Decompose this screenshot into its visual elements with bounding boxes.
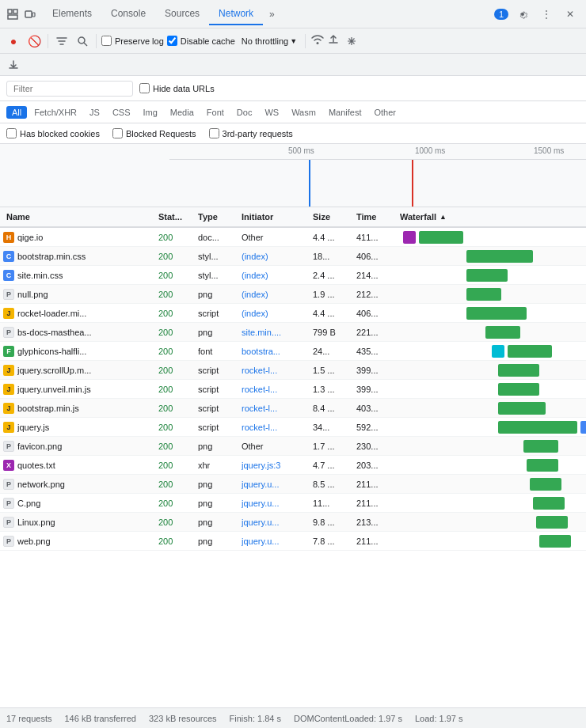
import-har-icon[interactable] [5, 56, 22, 74]
col-header-initiator[interactable]: Initiator [242, 212, 313, 222]
type-filter-media[interactable]: Media [165, 106, 200, 119]
tab-more[interactable]: » [263, 4, 281, 25]
file-name: bootstrap.min.js [17, 404, 79, 413]
table-row[interactable]: P web.png 200 png jquery.u... 7.8 ... 21… [0, 532, 586, 551]
cell-size: 799 B [313, 328, 356, 337]
throttle-selector[interactable]: No throttling ▼ [238, 35, 300, 47]
table-row[interactable]: H qige.io 200 doc... Other 4.4 ... 411..… [0, 228, 586, 247]
cell-initiator[interactable]: rocket-l... [242, 423, 313, 432]
cell-name: P C.png [0, 498, 158, 509]
inspect-icon[interactable] [6, 8, 19, 21]
type-filter-js[interactable]: JS [84, 106, 105, 119]
cell-waterfall [400, 342, 586, 360]
more-options-icon[interactable]: ⋮ [537, 5, 556, 24]
table-row[interactable]: P null.png 200 png (index) 1.9 ... 212..… [0, 285, 586, 304]
col-header-status[interactable]: Stat... [158, 212, 198, 222]
preserve-log-checkbox[interactable]: Preserve log [101, 36, 164, 46]
tab-sources[interactable]: Sources [155, 3, 209, 25]
cell-initiator[interactable]: rocket-l... [242, 366, 313, 375]
cell-size: 1.9 ... [313, 290, 356, 299]
table-row[interactable]: C site.min.css 200 styl... (index) 2.4 .… [0, 266, 586, 285]
dom-content-loaded-line [309, 160, 310, 207]
type-filter-all[interactable]: All [6, 106, 27, 119]
cell-time: 213... [356, 518, 400, 527]
cell-status: 200 [158, 252, 198, 261]
table-row[interactable]: P Linux.png 200 png jquery.u... 9.8 ... … [0, 513, 586, 532]
type-filter-doc[interactable]: Doc [231, 106, 258, 119]
cell-initiator[interactable]: site.min.... [242, 328, 313, 337]
timeline-ruler: 500 ms 1000 ms 1500 ms 2000 m [169, 144, 586, 160]
col-header-name[interactable]: Name [0, 212, 158, 222]
table-row[interactable]: P favicon.png 200 png Other 1.7 ... 230.… [0, 437, 586, 456]
table-scroll-area[interactable]: H qige.io 200 doc... Other 4.4 ... 411..… [0, 228, 586, 728]
network-settings-icon[interactable] [342, 32, 361, 51]
type-filter-fetch[interactable]: Fetch/XHR [29, 106, 82, 119]
cell-initiator[interactable]: (index) [242, 309, 313, 318]
table-row[interactable]: X quotes.txt 200 xhr jquery.js:3 4.7 ...… [0, 456, 586, 475]
col-header-type[interactable]: Type [198, 212, 242, 222]
checkbox-filter-row: Has blocked cookies Blocked Requests 3rd… [0, 123, 586, 144]
table-row[interactable]: J bootstrap.min.js 200 script rocket-l..… [0, 399, 586, 418]
table-row[interactable]: P network.png 200 png jquery.u... 8.5 ..… [0, 475, 586, 494]
cell-initiator[interactable]: rocket-l... [242, 385, 313, 394]
clear-button[interactable]: 🚫 [25, 32, 43, 50]
cell-initiator[interactable]: jquery.u... [242, 537, 313, 546]
tab-console[interactable]: Console [101, 3, 155, 25]
third-party-check[interactable]: 3rd-party requests [209, 128, 293, 138]
cell-initiator[interactable]: jquery.u... [242, 518, 313, 527]
filter-bar: Hide data URLs [0, 76, 586, 101]
wifi-icon[interactable] [310, 34, 325, 47]
type-filter-ws[interactable]: WS [259, 106, 284, 119]
blocked-requests-check[interactable]: Blocked Requests [112, 128, 196, 138]
cell-waterfall [400, 418, 586, 436]
cell-name: J rocket-loader.mi... [0, 308, 158, 319]
type-filter-manifest[interactable]: Manifest [323, 106, 367, 119]
search-button[interactable] [74, 32, 91, 50]
table-row[interactable]: C bootstrap.min.css 200 styl... (index) … [0, 247, 586, 266]
settings-icon[interactable] [513, 5, 532, 24]
col-header-waterfall[interactable]: Waterfall ▲ [400, 212, 586, 222]
col-header-time[interactable]: Time [356, 212, 400, 222]
tab-network[interactable]: Network [209, 3, 263, 25]
tab-elements[interactable]: Elements [43, 3, 101, 25]
cell-initiator[interactable]: jquery.u... [242, 480, 313, 489]
cell-initiator[interactable]: jquery.js:3 [242, 461, 313, 470]
file-type-icon: P [3, 441, 14, 452]
tick-500: 500 ms [288, 146, 314, 155]
cell-initiator[interactable]: (index) [242, 271, 313, 280]
table-row[interactable]: P C.png 200 png jquery.u... 11... 211... [0, 494, 586, 513]
blocked-cookies-check[interactable]: Has blocked cookies [6, 128, 100, 138]
device-icon[interactable] [24, 8, 36, 21]
cell-time: 406... [356, 309, 400, 318]
type-filter-other[interactable]: Other [368, 106, 401, 119]
type-filter-font[interactable]: Font [201, 106, 230, 119]
table-row[interactable]: J rocket-loader.mi... 200 script (index)… [0, 304, 586, 323]
cell-initiator[interactable]: rocket-l... [242, 404, 313, 413]
table-row[interactable]: P bs-docs-masthea... 200 png site.min...… [0, 323, 586, 342]
type-filter-img[interactable]: Img [138, 106, 163, 119]
svg-rect-1 [8, 15, 17, 19]
disable-cache-checkbox[interactable]: Disable cache [167, 36, 235, 46]
cell-initiator[interactable]: bootstra... [242, 347, 313, 356]
filter-button[interactable] [53, 32, 70, 50]
table-row[interactable]: J jquery.scrollUp.m... 200 script rocket… [0, 361, 586, 380]
cell-initiator[interactable]: (index) [242, 252, 313, 261]
filter-input[interactable] [6, 81, 133, 97]
cell-initiator[interactable]: jquery.u... [242, 499, 313, 508]
cell-type: png [198, 290, 242, 299]
col-header-size[interactable]: Size [313, 212, 356, 222]
close-icon[interactable]: ✕ [561, 5, 580, 24]
record-button[interactable]: ● [5, 32, 22, 50]
cell-time: 592... [356, 423, 400, 432]
hide-data-urls-checkbox[interactable]: Hide data URLs [139, 83, 215, 93]
type-filter-wasm[interactable]: Wasm [286, 106, 322, 119]
upload-icon[interactable] [328, 34, 339, 47]
table-row[interactable]: F glyphicons-halfli... 200 font bootstra… [0, 342, 586, 361]
cell-name: C site.min.css [0, 270, 158, 281]
cell-type: script [198, 385, 242, 394]
table-row[interactable]: J jquery.js 200 script rocket-l... 34...… [0, 418, 586, 437]
cell-initiator[interactable]: (index) [242, 290, 313, 299]
type-filter-css[interactable]: CSS [107, 106, 136, 119]
file-name: null.png [17, 290, 48, 299]
table-row[interactable]: J jquery.unveil.min.js 200 script rocket… [0, 380, 586, 399]
